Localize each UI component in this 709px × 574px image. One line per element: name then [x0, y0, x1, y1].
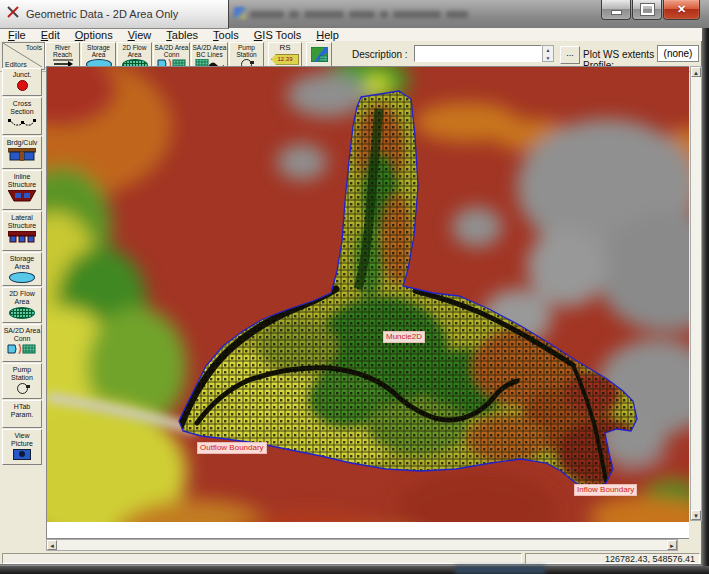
- minimize-button[interactable]: [601, 0, 631, 20]
- pump-station-button[interactable]: Pump Station: [229, 42, 264, 68]
- hec-ras-app-icon: [6, 5, 20, 23]
- close-icon: ✕: [677, 3, 686, 16]
- inline-structure-icon: [3, 190, 41, 202]
- view-picture-icon: [3, 449, 41, 460]
- 2d-flow-area-button[interactable]: 2D Flow Area: [117, 42, 152, 68]
- description-spinner[interactable]: ▲▼: [542, 45, 554, 62]
- sidebar-item-view-picture[interactable]: View Picture: [2, 429, 42, 465]
- status-message-panel: [2, 553, 522, 564]
- cross-section-icon: [3, 117, 41, 128]
- close-button[interactable]: ✕: [663, 0, 700, 20]
- geometric-data-window: File Edit Options View Tables Tools GIS …: [0, 28, 702, 565]
- menu-help[interactable]: Help: [316, 29, 339, 41]
- menu-bar: File Edit Options View Tables Tools GIS …: [0, 28, 709, 41]
- sidebar-item-lateral-structure[interactable]: Lateral Structure: [2, 211, 42, 251]
- maximize-icon: [641, 4, 654, 15]
- sa-2d-area-conn-button[interactable]: SA/2D Area Conn: [153, 42, 190, 68]
- scroll-up-arrow[interactable]: ▲: [691, 67, 701, 77]
- river-reach-button[interactable]: River Reach: [45, 42, 80, 68]
- scroll-down-arrow[interactable]: ▼: [691, 510, 701, 520]
- tools-editors-corner: Tools Editors: [2, 42, 45, 70]
- sidebar-item-junction[interactable]: Junct.: [2, 68, 42, 96]
- corner-editors-label: Editors: [5, 61, 27, 68]
- storage-area-button[interactable]: Storage Area: [81, 42, 116, 68]
- inflow-boundary-label: Inflow Boundary: [574, 484, 637, 496]
- sidebar-item-htab-param[interactable]: HTab Param.: [2, 400, 42, 428]
- map-canvas[interactable]: Muncie2D Outflow Boundary Inflow Boundar…: [46, 66, 689, 539]
- menu-view[interactable]: View: [128, 29, 152, 41]
- description-input[interactable]: [414, 45, 542, 62]
- area-name-label: Muncie2D: [383, 331, 425, 343]
- scroll-right-arrow[interactable]: ►: [667, 540, 677, 550]
- sidebar-item-sa-2d-area-conn[interactable]: SA/2D Area Conn: [2, 324, 42, 362]
- sidebar-item-bridge-culvert[interactable]: Brdg/Culv: [2, 136, 42, 169]
- menu-options[interactable]: Options: [75, 29, 113, 41]
- sidebar-item-storage-area[interactable]: Storage Area: [2, 252, 42, 286]
- corner-tools-label: Tools: [26, 44, 42, 51]
- terrain-map: [47, 67, 689, 522]
- menu-file[interactable]: File: [8, 29, 26, 41]
- bridge-culvert-icon: [3, 148, 41, 161]
- maximize-button[interactable]: [632, 0, 662, 20]
- sidebar-item-inline-structure[interactable]: Inline Structure: [2, 170, 42, 210]
- window-title: Geometric Data - 2D Area Only: [26, 8, 178, 20]
- sidebar-item-cross-section[interactable]: Cross Section: [2, 97, 42, 135]
- menu-tables[interactable]: Tables: [166, 29, 198, 41]
- coordinates-readout: 126782.43, 548576.41: [525, 553, 700, 564]
- vertical-scrollbar[interactable]: ▲ ▼: [690, 66, 702, 521]
- background-window-title-blur: [250, 8, 468, 20]
- sa-2d-area-conn-icon: [3, 344, 41, 354]
- rs-button[interactable]: RS 12.39: [268, 42, 302, 68]
- status-bar: 126782.43, 548576.41: [0, 553, 702, 565]
- sa-2d-area-bc-lines-button[interactable]: SA/2D Area BC Lines: [191, 42, 228, 68]
- browse-button[interactable]: ...: [560, 46, 580, 64]
- background-window-right-edge: [702, 28, 709, 574]
- storage-area-icon: [3, 272, 41, 283]
- description-label: Description :: [352, 49, 408, 60]
- background-window-bottom-edge: [0, 566, 709, 574]
- outflow-boundary-label: Outflow Boundary: [197, 442, 267, 454]
- screen: ✕ File Edit Options View Tables Tools GI…: [0, 0, 709, 574]
- minimize-icon: [611, 10, 622, 15]
- geometric-data-titlebar[interactable]: Geometric Data - 2D Area Only: [0, 0, 229, 29]
- sidebar-item-2d-flow-area[interactable]: 2D Flow Area: [2, 287, 42, 323]
- background-window-icon-blur: [234, 7, 246, 19]
- map-layers-icon: [307, 47, 331, 62]
- 2d-flow-area-icon: [3, 307, 41, 319]
- menu-gis-tools[interactable]: GIS Tools: [254, 29, 302, 41]
- menu-tools[interactable]: Tools: [213, 29, 239, 41]
- scroll-left-arrow[interactable]: ◄: [47, 540, 57, 550]
- menu-edit[interactable]: Edit: [41, 29, 60, 41]
- lateral-structure-icon: [3, 231, 41, 243]
- horizontal-scrollbar[interactable]: ◄ ►: [46, 539, 678, 551]
- rs-tag-icon: 12.39: [269, 54, 301, 65]
- sidebar-item-pump-station[interactable]: Pump Station: [2, 363, 42, 399]
- map-layers-button[interactable]: [306, 42, 332, 68]
- profile-select[interactable]: (none): [657, 45, 699, 62]
- junction-icon: [3, 80, 41, 91]
- pump-station-icon: [3, 383, 41, 394]
